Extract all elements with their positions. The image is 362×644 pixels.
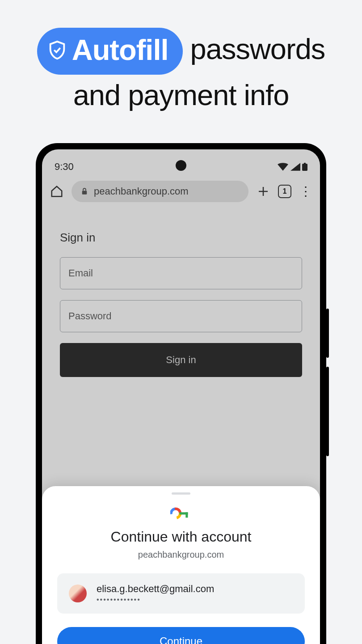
browser-toolbar: peachbankgroup.com 1 ⋮	[42, 175, 320, 208]
password-field[interactable]: Password	[60, 300, 302, 332]
avatar	[69, 585, 87, 602]
signin-button[interactable]: Sign in	[60, 343, 302, 377]
headline-rest-1: passwords	[183, 33, 325, 65]
account-option[interactable]: elisa.g.beckett@gmail.com •••••••••••••	[57, 573, 305, 614]
camera-cutout	[176, 160, 186, 171]
autofill-pill: Autofill	[37, 28, 183, 75]
home-icon[interactable]	[50, 185, 63, 198]
headline-line-2: and payment info	[73, 79, 289, 111]
continue-button[interactable]: Continue	[57, 627, 305, 644]
google-password-logo	[57, 507, 305, 520]
new-tab-icon[interactable]	[257, 185, 270, 198]
phone-frame: 9:30 peachbankgroup.com 1	[36, 143, 326, 644]
svg-rect-2	[82, 191, 87, 195]
web-page-content: Sign in Email Password Sign in	[42, 208, 320, 377]
phone-screen: 9:30 peachbankgroup.com 1	[42, 149, 320, 644]
url-text: peachbankgroup.com	[94, 186, 189, 197]
email-placeholder: Email	[68, 267, 93, 279]
svg-rect-0	[302, 164, 307, 171]
status-time: 9:30	[55, 161, 74, 173]
page-heading: Sign in	[60, 231, 302, 245]
autofill-bottom-sheet: Continue with account peachbankgroup.com…	[42, 486, 320, 644]
email-field[interactable]: Email	[60, 257, 302, 289]
lock-icon	[80, 187, 88, 195]
battery-icon	[302, 162, 307, 171]
tab-count-value: 1	[283, 187, 287, 195]
continue-label: Continue	[160, 635, 202, 644]
overflow-menu-icon[interactable]: ⋮	[299, 185, 312, 198]
account-email: elisa.g.beckett@gmail.com	[97, 583, 214, 595]
key-icon	[170, 507, 192, 520]
sheet-drag-handle[interactable]	[172, 492, 190, 495]
shield-check-icon	[47, 40, 67, 60]
signin-label: Sign in	[166, 354, 196, 366]
tab-switcher[interactable]: 1	[278, 185, 291, 198]
wifi-icon	[277, 162, 289, 171]
sheet-title: Continue with account	[57, 529, 305, 545]
promo-headline: Autofill passwords and payment info	[0, 0, 362, 115]
signal-icon	[290, 162, 300, 171]
sheet-domain: peachbankgroup.com	[57, 550, 305, 560]
password-placeholder: Password	[68, 310, 112, 322]
address-bar[interactable]: peachbankgroup.com	[72, 181, 248, 202]
pill-label: Autofill	[72, 30, 168, 70]
svg-rect-7	[185, 512, 188, 517]
svg-rect-1	[304, 163, 306, 164]
password-mask: •••••••••••••	[97, 596, 214, 604]
